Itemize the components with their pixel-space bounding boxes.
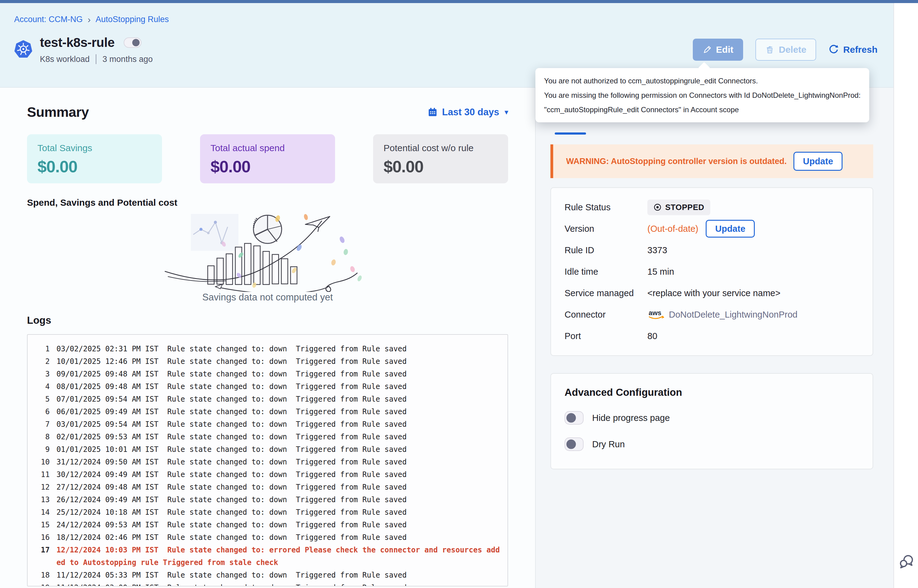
log-message: Rule state changed to: down Triggered fr… bbox=[167, 445, 406, 454]
refresh-button[interactable]: Refresh bbox=[828, 39, 878, 61]
detail-label: Version bbox=[565, 224, 648, 234]
log-row: 309/01/2025 09:48 AM ISTRule state chang… bbox=[36, 368, 500, 380]
toggle-switch[interactable] bbox=[565, 438, 584, 451]
detail-value: 80 bbox=[648, 331, 657, 341]
log-line-number: 19 bbox=[36, 582, 50, 586]
log-line-number: 18 bbox=[36, 569, 50, 582]
detail-row-idle-time: Idle time 15 min bbox=[565, 261, 859, 282]
pencil-icon bbox=[703, 45, 712, 54]
log-message: Rule state changed to: down Triggered fr… bbox=[167, 433, 406, 441]
log-timestamp: 11/12/2024 05:33 PM IST bbox=[57, 571, 158, 580]
log-line-text: 10/01/2025 12:46 PM ISTRule state change… bbox=[57, 355, 500, 368]
log-row: 1326/12/2024 09:49 AM ISTRule state chan… bbox=[36, 494, 500, 506]
log-line-number: 11 bbox=[36, 468, 50, 481]
detail-label: Idle time bbox=[565, 267, 648, 277]
log-line-number: 12 bbox=[36, 481, 50, 494]
log-timestamp: 09/01/2025 09:48 AM IST bbox=[57, 370, 158, 378]
summary-card: Total Savings $0.00 bbox=[27, 134, 162, 183]
detail-value: 3373 bbox=[648, 245, 667, 255]
trash-icon bbox=[765, 45, 774, 54]
breadcrumb: Account: CCM-NG › AutoStopping Rules bbox=[0, 3, 894, 24]
log-timestamp: 26/12/2024 09:49 AM IST bbox=[57, 496, 158, 504]
version-out-of-date-label: (Out-of-date) bbox=[648, 224, 698, 234]
date-range-selector[interactable]: Last 30 days ▾ bbox=[427, 107, 508, 118]
rule-enabled-toggle[interactable] bbox=[124, 37, 141, 48]
edit-button[interactable]: Edit bbox=[693, 39, 743, 61]
log-message: Rule state changed to: down Triggered fr… bbox=[167, 458, 406, 466]
log-message: Rule state changed to: down Triggered fr… bbox=[167, 583, 406, 586]
log-line-text: 08/01/2025 09:48 AM ISTRule state change… bbox=[57, 380, 500, 393]
tab-active-underline bbox=[555, 132, 586, 134]
log-line-number: 4 bbox=[36, 380, 50, 393]
log-line-text: 24/12/2024 09:53 AM ISTRule state change… bbox=[57, 519, 500, 531]
log-message: Rule state changed to: down Triggered fr… bbox=[167, 470, 406, 479]
breadcrumb-autostopping-rules-link[interactable]: AutoStopping Rules bbox=[96, 15, 169, 24]
summary-card-label: Potential cost w/o rule bbox=[384, 143, 498, 153]
summary-cards: Total Savings $0.00 Total actual spend $… bbox=[27, 134, 508, 183]
log-row: 507/01/2025 09:54 AM ISTRule state chang… bbox=[36, 393, 500, 405]
log-line-text: 30/12/2024 09:49 AM ISTRule state change… bbox=[57, 468, 500, 481]
log-row: 1031/12/2024 09:50 AM ISTRule state chan… bbox=[36, 456, 500, 468]
summary-card: Total actual spend $0.00 bbox=[200, 134, 335, 183]
log-row: 1911/12/2024 03:00 PM ISTRule state chan… bbox=[36, 582, 500, 586]
log-line-text: 03/02/2025 02:31 PM ISTRule state change… bbox=[57, 343, 500, 355]
connector-name: DoNotDelete_LightwingNonProd bbox=[669, 310, 797, 320]
log-line-text: 27/12/2024 09:48 AM ISTRule state change… bbox=[57, 481, 500, 494]
update-version-button[interactable]: Update bbox=[706, 220, 755, 237]
detail-row-connector: Connector aws DoNotDelete_Lightwing bbox=[565, 304, 859, 325]
log-timestamp: 30/12/2024 09:49 AM IST bbox=[57, 470, 158, 479]
log-line-number: 10 bbox=[36, 456, 50, 468]
log-message: Rule state changed to: down Triggered fr… bbox=[167, 420, 406, 428]
log-line-text: 02/01/2025 09:53 AM ISTRule state change… bbox=[57, 431, 500, 443]
log-timestamp: 25/12/2024 10:18 AM IST bbox=[57, 508, 158, 517]
log-timestamp: 01/01/2025 10:01 AM IST bbox=[57, 445, 158, 454]
empty-chart-caption: Savings data not computed yet bbox=[27, 292, 508, 303]
chat-support-icon[interactable] bbox=[899, 554, 914, 570]
log-line-number: 8 bbox=[36, 431, 50, 443]
summary-card-label: Total actual spend bbox=[210, 143, 325, 153]
log-line-text: 18/12/2024 02:46 PM ISTRule state change… bbox=[57, 531, 500, 544]
log-line-number: 17 bbox=[36, 544, 50, 569]
log-line-number: 6 bbox=[36, 405, 50, 418]
log-row: 802/01/2025 09:53 AM ISTRule state chang… bbox=[36, 431, 500, 443]
delete-button[interactable]: Delete bbox=[755, 39, 816, 61]
detail-label: Service managed bbox=[565, 288, 648, 298]
subtitle-divider bbox=[96, 54, 96, 64]
detail-label: Rule ID bbox=[565, 245, 648, 255]
log-message: Rule state changed to: down Triggered fr… bbox=[167, 520, 406, 529]
log-timestamp: 10/01/2025 12:46 PM IST bbox=[57, 357, 158, 366]
tooltip-line: You are not authorized to ccm_autostoppi… bbox=[544, 74, 861, 88]
log-message: Rule state changed to: down Triggered fr… bbox=[167, 382, 406, 391]
detail-row-rule-status: Rule Status STOPPED bbox=[565, 197, 859, 218]
log-message: Rule state changed to: down Triggered fr… bbox=[167, 344, 406, 353]
warning-banner: WARNING: AutoStopping controller version… bbox=[550, 144, 873, 178]
stopped-icon bbox=[654, 203, 662, 211]
page-header: Account: CCM-NG › AutoStopping Rules bbox=[0, 3, 894, 88]
breadcrumb-account-link[interactable]: Account: CCM-NG bbox=[14, 15, 83, 24]
detail-label: Port bbox=[565, 331, 648, 341]
summary-heading: Summary bbox=[27, 104, 89, 120]
advanced-configuration-card: Advanced Configuration Hide progress pag… bbox=[550, 373, 873, 469]
log-line-text: 01/01/2025 10:01 AM ISTRule state change… bbox=[57, 443, 500, 456]
svg-text:aws: aws bbox=[649, 309, 662, 317]
log-line-text: 31/12/2024 09:50 AM ISTRule state change… bbox=[57, 456, 500, 468]
advanced-toggle-row: Hide progress page bbox=[565, 411, 859, 425]
toggle-switch[interactable] bbox=[565, 411, 584, 425]
logs-panel[interactable]: 103/02/2025 02:31 PM ISTRule state chang… bbox=[27, 334, 508, 586]
details-panel: Details WARNING: AutoStopping controller… bbox=[536, 88, 894, 588]
chevron-down-icon: ▾ bbox=[505, 108, 508, 116]
update-controller-button[interactable]: Update bbox=[793, 152, 842, 171]
toggle-label: Dry Run bbox=[592, 439, 625, 449]
log-row: 1227/12/2024 09:48 AM ISTRule state chan… bbox=[36, 481, 500, 494]
log-message: Rule state changed to: down Triggered fr… bbox=[167, 496, 406, 504]
summary-panel: Summary bbox=[0, 88, 536, 588]
last-updated-label: 3 months ago bbox=[102, 55, 153, 64]
log-line-number: 1 bbox=[36, 343, 50, 355]
log-line-number: 3 bbox=[36, 368, 50, 380]
log-row: 1130/12/2024 09:49 AM ISTRule state chan… bbox=[36, 468, 500, 481]
log-row: 606/01/2025 09:49 AM ISTRule state chang… bbox=[36, 405, 500, 418]
advanced-configuration-heading: Advanced Configuration bbox=[565, 386, 859, 398]
log-timestamp: 06/01/2025 09:49 AM IST bbox=[57, 407, 158, 416]
log-line-number: 9 bbox=[36, 443, 50, 456]
log-line-text: 03/01/2025 09:54 AM ISTRule state change… bbox=[57, 418, 500, 431]
